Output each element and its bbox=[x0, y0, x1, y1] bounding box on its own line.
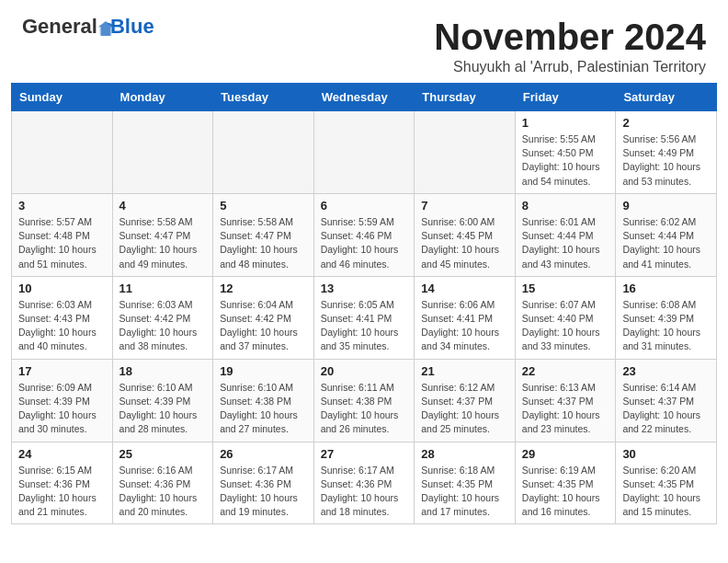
calendar-cell: 1Sunrise: 5:55 AMSunset: 4:50 PMDaylight… bbox=[515, 111, 616, 194]
logo-general-text: General bbox=[22, 17, 97, 37]
calendar-wrapper: SundayMondayTuesdayWednesdayThursdayFrid… bbox=[0, 83, 728, 534]
column-header-wednesday: Wednesday bbox=[313, 84, 415, 111]
day-number: 19 bbox=[220, 364, 307, 378]
day-number: 24 bbox=[18, 447, 106, 461]
calendar-cell: 24Sunrise: 6:15 AMSunset: 4:36 PMDayligh… bbox=[12, 442, 113, 524]
calendar-week-row: 10Sunrise: 6:03 AMSunset: 4:43 PMDayligh… bbox=[12, 276, 717, 359]
calendar-cell: 7Sunrise: 6:00 AMSunset: 4:45 PMDaylight… bbox=[415, 193, 516, 276]
day-info: Sunrise: 6:11 AMSunset: 4:38 PMDaylight:… bbox=[321, 381, 408, 437]
day-info: Sunrise: 6:05 AMSunset: 4:41 PMDaylight:… bbox=[321, 298, 408, 354]
calendar-header-row: SundayMondayTuesdayWednesdayThursdayFrid… bbox=[12, 84, 717, 111]
day-info: Sunrise: 6:10 AMSunset: 4:38 PMDaylight:… bbox=[220, 381, 307, 437]
day-number: 3 bbox=[18, 199, 106, 213]
calendar-cell: 12Sunrise: 6:04 AMSunset: 4:42 PMDayligh… bbox=[213, 276, 314, 359]
calendar-cell: 3Sunrise: 5:57 AMSunset: 4:48 PMDaylight… bbox=[12, 193, 113, 276]
day-info: Sunrise: 6:02 AMSunset: 4:44 PMDaylight:… bbox=[622, 215, 710, 271]
day-number: 18 bbox=[119, 364, 207, 378]
calendar-cell: 6Sunrise: 5:59 AMSunset: 4:46 PMDaylight… bbox=[313, 193, 415, 276]
day-number: 26 bbox=[220, 447, 307, 461]
day-info: Sunrise: 6:17 AMSunset: 4:36 PMDaylight:… bbox=[321, 464, 408, 520]
calendar-week-row: 24Sunrise: 6:15 AMSunset: 4:36 PMDayligh… bbox=[12, 442, 717, 524]
calendar-cell bbox=[112, 111, 213, 194]
day-info: Sunrise: 5:58 AMSunset: 4:47 PMDaylight:… bbox=[119, 215, 207, 271]
calendar-cell: 27Sunrise: 6:17 AMSunset: 4:36 PMDayligh… bbox=[313, 442, 415, 524]
day-info: Sunrise: 6:13 AMSunset: 4:37 PMDaylight:… bbox=[522, 381, 609, 437]
calendar-week-row: 1Sunrise: 5:55 AMSunset: 4:50 PMDaylight… bbox=[12, 111, 717, 194]
day-number: 25 bbox=[119, 447, 207, 461]
calendar-cell: 20Sunrise: 6:11 AMSunset: 4:38 PMDayligh… bbox=[313, 359, 415, 442]
page-header: General Blue November 2024 Shuyukh al 'A… bbox=[0, 0, 728, 83]
logo-icon bbox=[97, 20, 110, 33]
day-info: Sunrise: 6:14 AMSunset: 4:37 PMDaylight:… bbox=[622, 381, 710, 437]
calendar-cell: 23Sunrise: 6:14 AMSunset: 4:37 PMDayligh… bbox=[616, 359, 717, 442]
column-header-thursday: Thursday bbox=[415, 84, 516, 111]
day-number: 20 bbox=[321, 364, 408, 378]
location-title: Shuyukh al 'Arrub, Palestinian Territory bbox=[434, 59, 706, 75]
day-info: Sunrise: 6:20 AMSunset: 4:35 PMDaylight:… bbox=[622, 464, 710, 520]
day-info: Sunrise: 6:18 AMSunset: 4:35 PMDaylight:… bbox=[421, 464, 508, 520]
calendar-cell: 11Sunrise: 6:03 AMSunset: 4:42 PMDayligh… bbox=[112, 276, 213, 359]
calendar-cell: 21Sunrise: 6:12 AMSunset: 4:37 PMDayligh… bbox=[415, 359, 516, 442]
calendar-cell: 17Sunrise: 6:09 AMSunset: 4:39 PMDayligh… bbox=[12, 359, 113, 442]
column-header-saturday: Saturday bbox=[616, 84, 717, 111]
calendar-week-row: 3Sunrise: 5:57 AMSunset: 4:48 PMDaylight… bbox=[12, 193, 717, 276]
day-number: 23 bbox=[622, 364, 710, 378]
calendar-week-row: 17Sunrise: 6:09 AMSunset: 4:39 PMDayligh… bbox=[12, 359, 717, 442]
logo-blue-text: Blue bbox=[110, 17, 154, 37]
day-info: Sunrise: 6:01 AMSunset: 4:44 PMDaylight:… bbox=[522, 215, 609, 271]
day-info: Sunrise: 5:57 AMSunset: 4:48 PMDaylight:… bbox=[18, 215, 106, 271]
day-info: Sunrise: 6:03 AMSunset: 4:42 PMDaylight:… bbox=[119, 298, 207, 354]
day-number: 22 bbox=[522, 364, 609, 378]
day-info: Sunrise: 6:04 AMSunset: 4:42 PMDaylight:… bbox=[220, 298, 307, 354]
day-number: 6 bbox=[321, 199, 408, 213]
month-title: November 2024 bbox=[434, 17, 706, 57]
day-number: 27 bbox=[321, 447, 408, 461]
calendar-cell: 5Sunrise: 5:58 AMSunset: 4:47 PMDaylight… bbox=[213, 193, 314, 276]
calendar-cell: 13Sunrise: 6:05 AMSunset: 4:41 PMDayligh… bbox=[313, 276, 415, 359]
day-number: 15 bbox=[522, 282, 609, 295]
day-number: 5 bbox=[220, 199, 307, 213]
day-info: Sunrise: 6:00 AMSunset: 4:45 PMDaylight:… bbox=[421, 215, 508, 271]
day-number: 14 bbox=[421, 282, 508, 295]
calendar-cell: 16Sunrise: 6:08 AMSunset: 4:39 PMDayligh… bbox=[616, 276, 717, 359]
day-number: 2 bbox=[622, 116, 710, 130]
day-info: Sunrise: 6:06 AMSunset: 4:41 PMDaylight:… bbox=[421, 298, 508, 354]
day-number: 8 bbox=[522, 199, 609, 213]
calendar-cell: 25Sunrise: 6:16 AMSunset: 4:36 PMDayligh… bbox=[112, 442, 213, 524]
column-header-tuesday: Tuesday bbox=[213, 84, 314, 111]
calendar-cell: 8Sunrise: 6:01 AMSunset: 4:44 PMDaylight… bbox=[515, 193, 616, 276]
calendar-cell: 14Sunrise: 6:06 AMSunset: 4:41 PMDayligh… bbox=[415, 276, 516, 359]
calendar-cell: 9Sunrise: 6:02 AMSunset: 4:44 PMDaylight… bbox=[616, 193, 717, 276]
day-info: Sunrise: 6:08 AMSunset: 4:39 PMDaylight:… bbox=[622, 298, 710, 354]
calendar-cell: 22Sunrise: 6:13 AMSunset: 4:37 PMDayligh… bbox=[515, 359, 616, 442]
column-header-sunday: Sunday bbox=[12, 84, 113, 111]
calendar-cell: 30Sunrise: 6:20 AMSunset: 4:35 PMDayligh… bbox=[616, 442, 717, 524]
day-info: Sunrise: 6:17 AMSunset: 4:36 PMDaylight:… bbox=[220, 464, 307, 520]
column-header-friday: Friday bbox=[515, 84, 616, 111]
day-number: 16 bbox=[622, 282, 710, 295]
logo: General Blue bbox=[22, 17, 154, 37]
day-info: Sunrise: 6:07 AMSunset: 4:40 PMDaylight:… bbox=[522, 298, 609, 354]
day-number: 12 bbox=[220, 282, 307, 295]
day-number: 13 bbox=[321, 282, 408, 295]
day-info: Sunrise: 5:58 AMSunset: 4:47 PMDaylight:… bbox=[220, 215, 307, 271]
day-info: Sunrise: 6:19 AMSunset: 4:35 PMDaylight:… bbox=[522, 464, 609, 520]
calendar-cell: 15Sunrise: 6:07 AMSunset: 4:40 PMDayligh… bbox=[515, 276, 616, 359]
day-info: Sunrise: 5:59 AMSunset: 4:46 PMDaylight:… bbox=[321, 215, 408, 271]
calendar-cell: 26Sunrise: 6:17 AMSunset: 4:36 PMDayligh… bbox=[213, 442, 314, 524]
calendar-cell: 19Sunrise: 6:10 AMSunset: 4:38 PMDayligh… bbox=[213, 359, 314, 442]
calendar-cell bbox=[213, 111, 314, 194]
calendar-cell bbox=[313, 111, 415, 194]
day-info: Sunrise: 6:09 AMSunset: 4:39 PMDaylight:… bbox=[18, 381, 106, 437]
calendar-cell: 28Sunrise: 6:18 AMSunset: 4:35 PMDayligh… bbox=[415, 442, 516, 524]
calendar-cell: 18Sunrise: 6:10 AMSunset: 4:39 PMDayligh… bbox=[112, 359, 213, 442]
day-info: Sunrise: 6:16 AMSunset: 4:36 PMDaylight:… bbox=[119, 464, 207, 520]
column-header-monday: Monday bbox=[112, 84, 213, 111]
day-number: 11 bbox=[119, 282, 207, 295]
day-info: Sunrise: 5:56 AMSunset: 4:49 PMDaylight:… bbox=[622, 132, 710, 189]
calendar-cell: 4Sunrise: 5:58 AMSunset: 4:47 PMDaylight… bbox=[112, 193, 213, 276]
calendar-cell bbox=[415, 111, 516, 194]
day-number: 10 bbox=[18, 282, 106, 295]
calendar-table: SundayMondayTuesdayWednesdayThursdayFrid… bbox=[11, 83, 717, 524]
day-info: Sunrise: 6:12 AMSunset: 4:37 PMDaylight:… bbox=[421, 381, 508, 437]
